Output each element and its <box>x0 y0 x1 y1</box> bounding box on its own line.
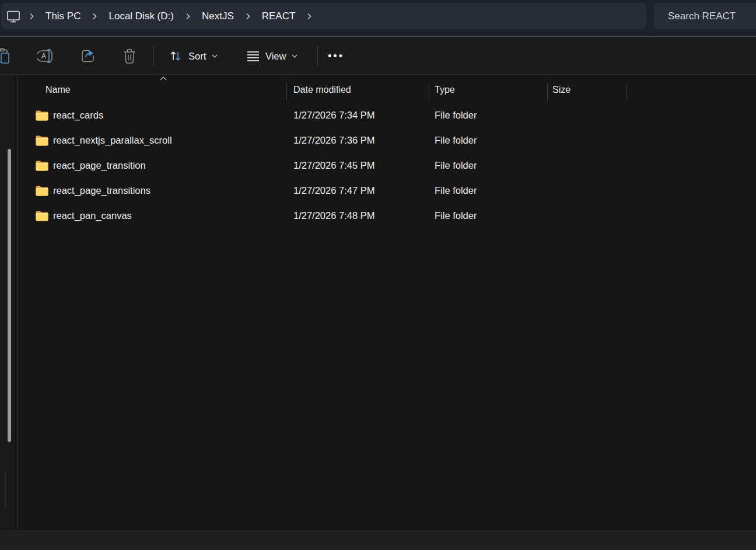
chevron-down-icon <box>291 54 298 58</box>
toolbar-divider <box>153 46 154 66</box>
file-row[interactable]: react_page_transitions 1/27/2026 7:47 PM… <box>18 178 756 203</box>
file-name[interactable]: react_page_transition <box>53 153 146 178</box>
share-button[interactable] <box>76 44 100 68</box>
file-date-modified: 1/27/2026 7:36 PM <box>293 128 374 153</box>
folder-icon <box>35 128 50 153</box>
view-label: View <box>265 51 286 62</box>
file-row[interactable]: react_page_transition 1/27/2026 7:45 PM … <box>18 153 756 178</box>
share-icon <box>80 48 96 64</box>
file-row[interactable]: react_nextjs_parallax_scroll 1/27/2026 7… <box>18 128 756 153</box>
file-row[interactable]: react_cards 1/27/2026 7:34 PM File folde… <box>18 103 756 128</box>
navigation-pane-sliver <box>0 75 18 530</box>
file-name[interactable]: react_pan_canvas <box>53 203 132 228</box>
file-type: File folder <box>435 178 477 203</box>
file-type: File folder <box>435 203 477 228</box>
file-date-modified: 1/27/2026 7:34 PM <box>293 103 374 128</box>
file-explorer-window: { "window": { "app": "File Explorer", "t… <box>0 0 756 550</box>
chevron-right-icon <box>23 12 40 20</box>
nav-partial-item <box>5 472 6 509</box>
chevron-right-icon[interactable] <box>180 12 196 20</box>
column-resize-handle[interactable] <box>429 83 429 100</box>
sort-button[interactable]: Sort <box>163 44 224 68</box>
column-resize-handle[interactable] <box>547 83 548 100</box>
file-date-modified: 1/27/2026 7:48 PM <box>293 203 374 228</box>
status-bar <box>0 531 756 550</box>
column-resize-handle[interactable] <box>286 83 287 100</box>
delete-icon <box>122 48 137 64</box>
chevron-right-icon[interactable] <box>301 12 317 20</box>
file-list: react_cards 1/27/2026 7:34 PM File folde… <box>18 103 756 228</box>
chevron-down-icon <box>211 54 218 58</box>
folder-icon <box>35 103 50 128</box>
nav-scrollbar[interactable] <box>8 149 11 442</box>
folder-icon <box>35 153 50 178</box>
file-type: File folder <box>435 103 477 128</box>
see-more-button[interactable]: ••• <box>323 44 349 68</box>
file-name[interactable]: react_cards <box>53 103 103 128</box>
breadcrumb-react[interactable]: REACT <box>256 7 302 26</box>
this-pc-monitor-icon[interactable] <box>4 6 23 26</box>
file-type: File folder <box>435 153 477 178</box>
column-header-date-modified[interactable]: Date modified <box>293 85 351 95</box>
column-header-type[interactable]: Type <box>435 85 455 95</box>
breadcrumb-nextjs[interactable]: NextJS <box>196 7 240 26</box>
folder-icon <box>35 203 50 228</box>
view-icon <box>246 50 260 62</box>
column-header-size[interactable]: Size <box>552 85 570 95</box>
paste-icon <box>0 48 10 64</box>
column-resize-handle[interactable] <box>626 83 627 100</box>
command-toolbar: Sort View ••• <box>0 36 756 75</box>
file-name[interactable]: react_nextjs_parallax_scroll <box>53 128 172 153</box>
view-button[interactable]: View <box>240 44 304 68</box>
file-row[interactable]: react_pan_canvas 1/27/2026 7:48 PM File … <box>18 203 756 228</box>
column-header-row: Name Date modified Type Size <box>18 81 756 102</box>
search-placeholder: Search REACT <box>668 11 736 22</box>
rename-icon <box>37 48 55 64</box>
chevron-right-icon[interactable] <box>86 12 103 20</box>
folder-icon <box>35 178 50 203</box>
file-list-pane: Name Date modified Type Size react_cards… <box>18 75 756 530</box>
sort-label: Sort <box>188 51 206 62</box>
file-date-modified: 1/27/2026 7:47 PM <box>293 178 374 203</box>
search-input[interactable]: Search REACT <box>654 3 756 29</box>
paste-button[interactable] <box>0 44 15 68</box>
address-bar[interactable]: This PC Local Disk (D:) NextJS REACT <box>1 3 646 29</box>
breadcrumb-local-disk-d[interactable]: Local Disk (D:) <box>103 7 179 26</box>
sort-icon <box>169 49 183 63</box>
delete-button[interactable] <box>118 44 141 68</box>
toolbar-divider <box>317 46 318 66</box>
breadcrumb-this-pc[interactable]: This PC <box>40 7 86 26</box>
rename-button[interactable] <box>34 44 58 68</box>
column-header-name[interactable]: Name <box>46 85 71 95</box>
file-type: File folder <box>435 128 477 153</box>
file-date-modified: 1/27/2026 7:45 PM <box>293 153 374 178</box>
address-region: This PC Local Disk (D:) NextJS REACT Sea… <box>0 0 756 36</box>
file-name[interactable]: react_page_transitions <box>53 178 150 203</box>
chevron-right-icon[interactable] <box>240 12 256 20</box>
ellipsis-icon: ••• <box>328 50 344 62</box>
